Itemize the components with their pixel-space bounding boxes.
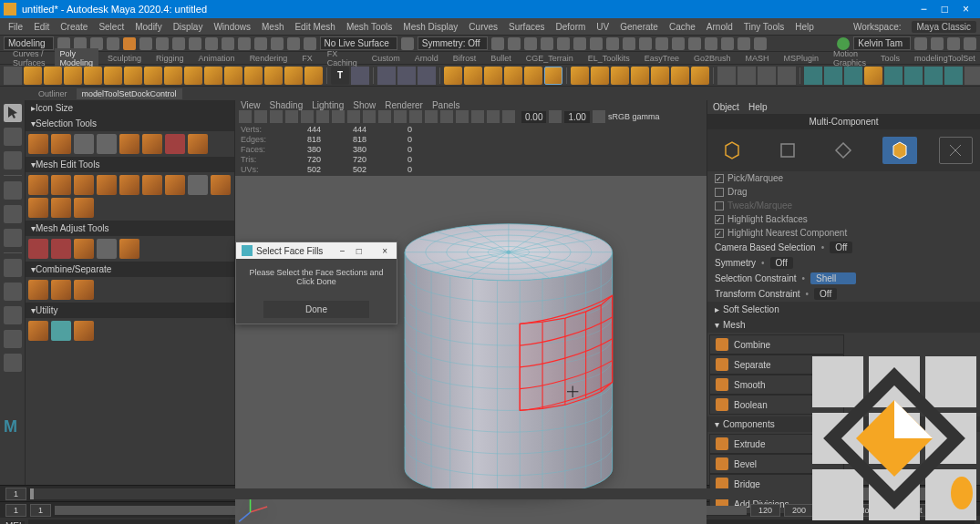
range-start-field[interactable]: 1 — [30, 504, 51, 517]
vp-menu-show[interactable]: Show — [353, 100, 376, 110]
shelf-tab[interactable]: Rendering — [244, 53, 294, 64]
poly-platonic-icon[interactable] — [164, 67, 182, 85]
sel-tool-icon[interactable] — [51, 134, 71, 154]
selection-constraint-dropdown[interactable]: Shell — [810, 272, 856, 284]
statusline-icon[interactable] — [304, 37, 316, 50]
statusline-icon[interactable] — [271, 37, 284, 50]
menu-edit[interactable]: Edit — [29, 21, 54, 33]
lasso-tool-icon[interactable] — [4, 128, 22, 146]
statusline-icon[interactable] — [205, 37, 218, 50]
object-mode-button[interactable] — [715, 137, 748, 164]
range-start-field[interactable]: 1 — [5, 504, 26, 517]
menu-select[interactable]: Select — [94, 21, 129, 33]
statusline-icon[interactable] — [721, 37, 734, 50]
vp-tool-icon[interactable] — [593, 110, 605, 123]
sel-tool-icon[interactable] — [165, 134, 185, 154]
vp-tool-icon[interactable] — [316, 110, 329, 123]
adjust-tool-icon[interactable] — [119, 239, 139, 259]
selection-tools-section[interactable]: ▾Selection Tools — [26, 116, 234, 131]
menu-uv[interactable]: UV — [592, 21, 614, 33]
statusline-icon[interactable] — [156, 37, 169, 50]
shelf-tab[interactable]: Animation — [193, 53, 241, 64]
object-tab[interactable]: Object — [713, 102, 739, 112]
statusline-icon[interactable] — [639, 37, 652, 50]
menu-cache[interactable]: Cache — [665, 21, 700, 33]
icon-size-section[interactable]: ▸Icon Size — [26, 100, 234, 116]
poly-pipe-icon[interactable] — [224, 67, 242, 85]
menu-deform[interactable]: Deform — [552, 21, 591, 33]
max-button[interactable]: □ — [934, 1, 955, 17]
vp-tool-icon[interactable] — [332, 110, 345, 123]
statusline-icon[interactable] — [222, 37, 234, 50]
edge-mode-button[interactable] — [827, 137, 861, 164]
poly-cube-icon[interactable] — [44, 67, 62, 85]
cylinder-mesh[interactable] — [235, 176, 707, 524]
shelf-tab[interactable]: Rigging — [150, 53, 190, 64]
dialog-done-button[interactable]: Done — [263, 301, 369, 318]
shelf-tab[interactable]: Bifrost — [448, 53, 482, 64]
shelf-tool-icon[interactable] — [611, 67, 629, 85]
mesh-tool-icon[interactable] — [28, 198, 48, 218]
vp-tool-icon[interactable] — [502, 110, 515, 123]
camera-toggle[interactable]: Off — [830, 241, 852, 253]
poly-torus-icon[interactable] — [104, 67, 122, 85]
shelf-tab[interactable]: Arnold — [409, 53, 444, 64]
vp-tool-icon[interactable] — [487, 110, 500, 123]
shelf-tool-icon[interactable] — [904, 67, 923, 85]
transform-constraint-toggle[interactable]: Off — [814, 288, 837, 300]
gamma-label[interactable]: sRGB gamma — [608, 112, 660, 121]
poly-type-icon[interactable]: T — [331, 67, 349, 85]
statusline-icon[interactable] — [524, 37, 537, 50]
statusline-icon[interactable] — [287, 37, 300, 50]
vp-tool-icon[interactable] — [363, 110, 376, 123]
vp-tool-icon[interactable] — [285, 110, 298, 123]
paint-tool-icon[interactable] — [4, 151, 22, 170]
statusline-icon[interactable] — [590, 37, 603, 50]
shelf-tab[interactable]: CGE_Terrain — [521, 53, 579, 64]
vp-tool-icon[interactable] — [347, 110, 360, 123]
shelf-tool-icon[interactable] — [651, 67, 669, 85]
layout-tool-icon[interactable] — [4, 259, 22, 277]
vp-menu-panels[interactable]: Panels — [432, 100, 460, 110]
vp-tool-icon[interactable] — [440, 110, 453, 123]
scale-tool-icon[interactable] — [4, 229, 22, 247]
statusline-icon[interactable] — [688, 37, 701, 50]
vp-tool-icon[interactable] — [239, 110, 252, 123]
statusline-icon[interactable] — [738, 37, 750, 50]
shelf-tab[interactable]: MASH — [740, 53, 775, 64]
statusline-icon[interactable] — [107, 37, 119, 50]
statusline-icon[interactable] — [672, 37, 685, 50]
shelf-tool-icon[interactable] — [717, 67, 736, 85]
mesh-tool-icon[interactable] — [51, 198, 71, 218]
shelf-tab[interactable]: EL_Toolkits — [583, 53, 635, 64]
menu-windows[interactable]: Windows — [209, 21, 255, 33]
adjust-tool-icon[interactable] — [97, 239, 117, 259]
toolset-tab[interactable]: modelToolSetDockControl — [77, 88, 182, 99]
combine-button[interactable]: Combine — [709, 334, 844, 354]
combine-tool-icon[interactable] — [74, 280, 94, 300]
poly-plane-icon[interactable] — [124, 67, 142, 85]
shelf-tool-icon[interactable] — [397, 67, 416, 85]
shelf-tab[interactable]: Motion Graphics — [828, 48, 872, 68]
menu-file[interactable]: File — [4, 21, 27, 33]
vp-menu-shading[interactable]: Shading — [270, 100, 304, 110]
menu-tinytools[interactable]: Tiny Tools — [739, 21, 789, 33]
shelf-tool-icon[interactable] — [824, 67, 842, 85]
shelf-tool-icon[interactable] — [844, 67, 862, 85]
poly-cylinder-icon[interactable] — [64, 67, 82, 85]
mesh-tool-icon[interactable] — [211, 175, 231, 195]
shelf-tab-active[interactable]: Poly Modeling — [55, 48, 99, 68]
shelf-tab[interactable]: MSPlugin — [779, 53, 825, 64]
close-button[interactable]: × — [955, 1, 976, 17]
help-tab[interactable]: Help — [748, 102, 768, 112]
statusline-icon[interactable] — [557, 37, 570, 50]
rotate-tool-icon[interactable] — [4, 205, 22, 223]
mesh-adjust-section[interactable]: ▾Mesh Adjust Tools — [26, 221, 234, 236]
shelf-tool-icon[interactable] — [544, 67, 562, 85]
statusline-icon[interactable] — [914, 37, 927, 50]
shelf-tab[interactable]: modelingToolSet — [909, 53, 980, 64]
workspace-dropdown[interactable]: Maya Classic — [912, 21, 976, 33]
shelf-tab[interactable]: EasyTree — [639, 53, 685, 64]
statusline-icon[interactable] — [189, 37, 201, 50]
mesh-section[interactable]: ▾Mesh — [707, 317, 980, 333]
